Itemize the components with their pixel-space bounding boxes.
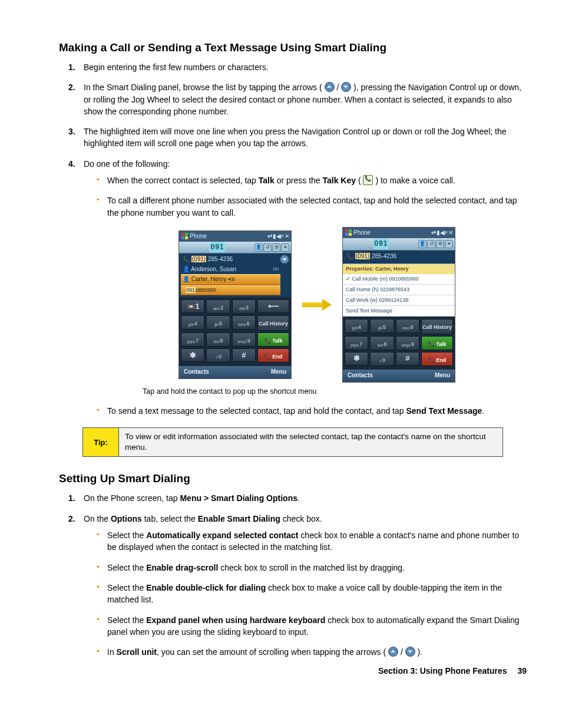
call-history-key: Call History bbox=[257, 315, 289, 331]
shortcut-menu: Properties: Carter, Henry Call Mobile (m… bbox=[343, 263, 455, 317]
backspace-key: ⟵ bbox=[257, 299, 289, 313]
step-4: 4. Do one of the following: When the cor… bbox=[59, 158, 527, 417]
step-2: 2. In the Smart Dialing panel, browse th… bbox=[59, 81, 527, 117]
sicon-3: ⚙ bbox=[272, 243, 280, 252]
dialed-digits: 091 bbox=[210, 242, 224, 252]
screenshot-after: Phone⇄ ▮ ◀× ✕ 091 👤↺⚙✦ 📞 (091) 285-4236 … bbox=[342, 227, 455, 383]
talk-key: 📞 Talk bbox=[257, 332, 289, 347]
softkey-contacts: Contacts bbox=[184, 368, 209, 377]
opt-scroll-unit: In Scroll unit, you can set the amount o… bbox=[97, 646, 527, 658]
arrow-up-icon bbox=[325, 82, 335, 92]
page-footer: Section 3: Using Phone Features 39 bbox=[378, 666, 527, 676]
bullet-other-number: To call a different phone number associa… bbox=[97, 195, 527, 219]
heading-smart-dial-call: Making a Call or Sending a Text Message … bbox=[59, 41, 527, 54]
opt-drag-scroll: Select the Enable drag-scroll check box … bbox=[97, 562, 527, 574]
heading-setup-smart-dialing: Setting Up Smart Dialing bbox=[59, 472, 527, 485]
windows-logo-icon bbox=[345, 229, 352, 236]
status-icons: ⇄ ▮ ◀× ✕ bbox=[267, 232, 289, 241]
tip-label: Tip: bbox=[83, 428, 119, 456]
setup-step-2: 2. On the Options tab, select the Enable… bbox=[59, 513, 527, 658]
bullet-send-text: To send a text message to the selected c… bbox=[97, 405, 527, 417]
tip-text: To view or edit information associated w… bbox=[119, 428, 503, 456]
screenshot-before: Phone⇄ ▮ ◀× ✕ 091 👤↺⚙✦ 📞 (091) (091) 285… bbox=[178, 230, 292, 379]
tip-box: Tip: To view or edit information associa… bbox=[82, 427, 503, 457]
sicon-4: ✦ bbox=[281, 243, 289, 252]
menu-send-text: Send Text Message bbox=[343, 306, 455, 317]
arrow-right-icon bbox=[302, 300, 332, 309]
opt-expand-keyboard: Select the Expand panel when using hardw… bbox=[97, 614, 527, 638]
menu-call-home: Call Home (h) 0229876543 bbox=[343, 285, 455, 295]
opt-double-click: Select the Enable double-click for diali… bbox=[97, 582, 527, 606]
step-1: 1. Begin entering the first few numbers … bbox=[59, 61, 527, 73]
menu-call-mobile: Call Mobile (m) 0910865980 bbox=[343, 274, 455, 285]
step-3: 3. The highlighted item will move one li… bbox=[59, 126, 527, 150]
arrow-down-icon bbox=[405, 647, 415, 657]
sicon-2: ↺ bbox=[263, 243, 272, 252]
selected-contact: 👤 Carter, Henry •m bbox=[181, 274, 280, 285]
screenshot-row: Phone⇄ ▮ ◀× ✕ 091 👤↺⚙✦ 📞 (091) (091) 285… bbox=[107, 227, 527, 383]
arrow-down-icon bbox=[341, 82, 351, 92]
bullet-talk: When the correct contact is selected, ta… bbox=[97, 174, 527, 186]
end-key: 📞 End bbox=[257, 348, 289, 363]
status-icons: ⇄ ▮ ◀× ✕ bbox=[431, 229, 452, 238]
arrow-up-icon bbox=[388, 647, 398, 657]
talk-key-icon bbox=[363, 175, 373, 185]
sicon-1: 👤 bbox=[254, 243, 263, 252]
opt-auto-expand: Select the Automatically expand selected… bbox=[97, 529, 527, 554]
windows-logo-icon bbox=[181, 233, 188, 239]
screenshot-caption: Tap and hold the contact to pop up the s… bbox=[143, 386, 527, 397]
setup-step-1: 1. On the Phone screen, tap Menu > Smart… bbox=[59, 492, 527, 504]
menu-call-work: Call Work (w) 0289124138 bbox=[343, 295, 455, 306]
softkey-menu: Menu bbox=[271, 368, 286, 377]
